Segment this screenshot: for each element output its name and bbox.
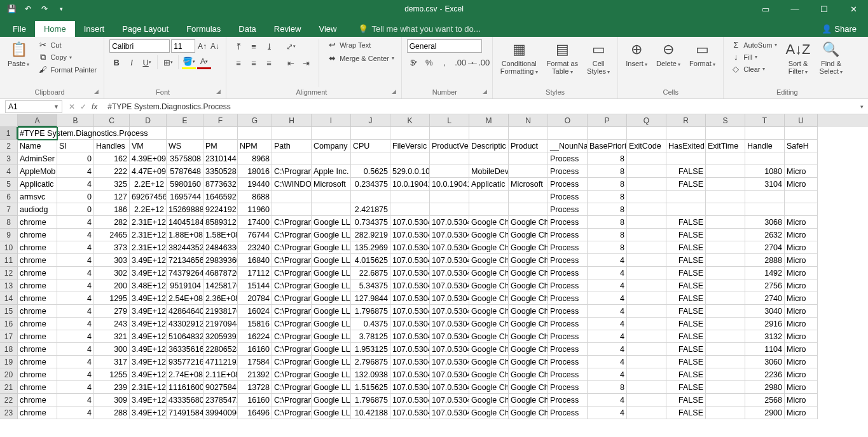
cell[interactable] — [706, 305, 745, 318]
format-painter-button[interactable]: 🖌Format Painter — [36, 64, 99, 75]
cell[interactable]: 69267456 — [130, 191, 167, 203]
cell[interactable]: 107.0.5304 — [390, 279, 430, 292]
bold-button[interactable]: B — [109, 55, 123, 69]
cell[interactable]: 10.42188 — [351, 407, 390, 419]
tab-formulas[interactable]: Formulas — [177, 21, 230, 37]
row-header[interactable]: 17 — [0, 330, 18, 343]
cell[interactable]: Google Ch — [509, 381, 548, 394]
cell[interactable]: 4 — [588, 330, 627, 343]
cell[interactable]: 8 — [588, 381, 627, 394]
borders-button[interactable]: ⊞▾ — [161, 55, 175, 69]
cell[interactable]: 107.0.5304 — [430, 229, 469, 241]
cell[interactable]: Micro — [785, 343, 818, 356]
row-header[interactable]: 9 — [0, 229, 18, 241]
cell[interactable]: 0.4375 — [351, 318, 390, 330]
cell[interactable]: FALSE — [666, 241, 706, 254]
cell[interactable]: 107.0.5304 — [430, 305, 469, 318]
italic-button[interactable]: I — [125, 55, 139, 69]
cell[interactable]: 4 — [588, 292, 627, 305]
cell[interactable]: 4 — [57, 241, 94, 254]
cell[interactable]: Micro — [785, 318, 818, 330]
cell[interactable]: 302 — [94, 267, 130, 279]
maximize-icon[interactable]: ☐ — [809, 0, 839, 18]
cell[interactable]: 4 — [57, 318, 94, 330]
cell[interactable]: Google LLC — [312, 241, 351, 254]
cell[interactable]: Google Ch — [509, 368, 548, 381]
cell[interactable] — [627, 394, 666, 407]
save-icon[interactable]: 💾 — [5, 3, 18, 15]
cell[interactable]: 107.0.5304 — [430, 267, 469, 279]
cell[interactable]: Google Ch — [469, 292, 509, 305]
cell[interactable] — [706, 203, 745, 216]
sort-filter-button[interactable]: A↓ZSort & Filter — [783, 39, 813, 77]
row-header[interactable]: 15 — [0, 305, 18, 318]
cell[interactable]: AdminSer — [18, 152, 57, 165]
number-dialog-launcher[interactable]: ◢ — [483, 88, 487, 95]
cell[interactable]: Google Ch — [509, 343, 548, 356]
cell[interactable]: 8 — [588, 216, 627, 229]
cell[interactable]: 4 — [57, 394, 94, 407]
column-header[interactable]: U — [785, 114, 818, 127]
file-tab[interactable]: File — [4, 21, 35, 37]
fill-color-button[interactable]: 🪣▾ — [182, 55, 196, 69]
cell[interactable] — [666, 191, 706, 203]
cell[interactable] — [627, 343, 666, 356]
cell[interactable] — [588, 127, 627, 140]
cell[interactable]: Process — [548, 254, 588, 267]
clipboard-dialog-launcher[interactable]: ◢ — [94, 88, 99, 95]
cell[interactable] — [627, 203, 666, 216]
cell[interactable]: FileVersic — [390, 140, 430, 152]
cell[interactable]: 1295 — [94, 292, 130, 305]
formula-input[interactable]: #TYPE System.Diagnostics.Process — [104, 101, 855, 112]
cell[interactable]: 4 — [588, 318, 627, 330]
cell[interactable]: 107.0.5304 — [390, 394, 430, 407]
cell[interactable]: Micro — [785, 254, 818, 267]
cell[interactable]: 3.49E+12 — [130, 330, 167, 343]
cell[interactable]: 10.0.19041 — [430, 178, 469, 191]
cell[interactable]: 43302912 — [167, 318, 203, 330]
cell[interactable]: 107.0.5304 — [390, 368, 430, 381]
cell[interactable] — [706, 241, 745, 254]
font-size-select[interactable] — [171, 39, 195, 53]
cell[interactable]: Process — [548, 394, 588, 407]
tab-data[interactable]: Data — [230, 21, 265, 37]
cell[interactable]: 4 — [588, 343, 627, 356]
cell[interactable] — [706, 127, 745, 140]
cell[interactable]: 32059392 — [203, 330, 238, 343]
cell[interactable]: 8 — [588, 241, 627, 254]
cell[interactable] — [627, 216, 666, 229]
cell[interactable]: 4 — [57, 356, 94, 368]
tell-me-search[interactable]: 💡 Tell me what you want to do... — [352, 21, 486, 37]
fill-button[interactable]: ↓Fill ▾ — [729, 51, 779, 62]
cell[interactable] — [627, 381, 666, 394]
cell[interactable] — [706, 407, 745, 419]
cell[interactable] — [706, 229, 745, 241]
row-header[interactable]: 7 — [0, 203, 18, 216]
cell[interactable]: 1.796875 — [351, 305, 390, 318]
tab-home[interactable]: Home — [35, 21, 75, 37]
cell[interactable]: Micro — [785, 381, 818, 394]
cell[interactable]: C:\Program — [272, 305, 312, 318]
row-header[interactable]: 16 — [0, 318, 18, 330]
cell[interactable]: 107.0.5304 — [430, 292, 469, 305]
column-header[interactable]: L — [430, 114, 469, 127]
cell[interactable]: 3132 — [745, 330, 785, 343]
cell[interactable]: Process — [548, 407, 588, 419]
cell[interactable]: FALSE — [666, 292, 706, 305]
cell[interactable]: 1.796875 — [351, 394, 390, 407]
cell[interactable]: SafeH — [785, 140, 818, 152]
cell[interactable]: Process — [548, 356, 588, 368]
cell[interactable]: 39940096 — [203, 407, 238, 419]
column-header[interactable]: D — [130, 114, 167, 127]
cell[interactable]: 4 — [57, 165, 94, 178]
cell[interactable]: FALSE — [666, 407, 706, 419]
cell[interactable]: 107.0.5304 — [390, 356, 430, 368]
cell[interactable]: 279 — [94, 305, 130, 318]
row-header[interactable]: 12 — [0, 267, 18, 279]
cell[interactable]: 107.0.5304 — [430, 381, 469, 394]
tab-insert[interactable]: Insert — [75, 21, 114, 37]
cell[interactable]: FALSE — [666, 330, 706, 343]
row-header[interactable]: 23 — [0, 407, 18, 419]
cell[interactable]: Google Ch — [509, 305, 548, 318]
cell[interactable]: C:\Program — [272, 241, 312, 254]
